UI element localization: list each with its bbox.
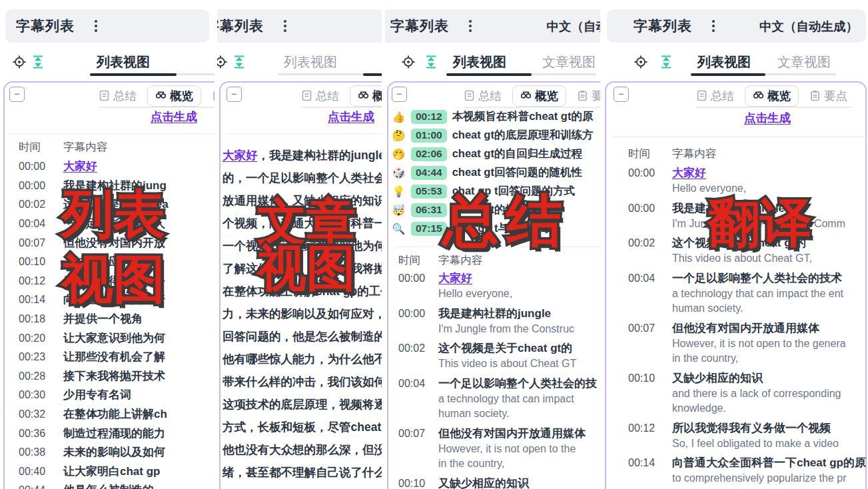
tab-summary[interactable]: 总结 — [99, 88, 137, 104]
tab-summary[interactable]: 总结 — [696, 88, 734, 104]
subtitle-row[interactable]: 00:40让大家明白chat gp — [0, 462, 215, 482]
subtitle-row[interactable]: 00:20让大家意识到他为何 — [0, 328, 215, 348]
subtitle-row[interactable]: 00:23让那些没有机会了解 — [0, 348, 215, 367]
overview-item[interactable]: 🎲04:44cheat gt回答问题的随机性 — [392, 163, 600, 182]
tab-overview[interactable]: 概览 — [350, 85, 382, 107]
overview-item[interactable]: 🤯06:31cheat gt的惊人能力 — [392, 201, 600, 219]
subtitle-row[interactable]: 00:14向普通大众全面科普 — [0, 290, 215, 310]
generate-link[interactable]: 点击生成 — [151, 109, 197, 125]
tab-overview[interactable]: 概览 — [147, 85, 201, 107]
tab-list-view[interactable]: 列表视图 — [453, 53, 506, 71]
subtitle-text-en: This video is about Cheat GT — [438, 356, 600, 372]
kebab-menu-icon[interactable] — [281, 17, 289, 35]
overview-time-badge[interactable]: 01:00 — [411, 129, 447, 143]
overview-time-badge[interactable]: 00:12 — [411, 110, 447, 124]
tab-article-view[interactable]: 文章视图 — [542, 53, 596, 71]
subtitle-row[interactable]: 00:07但他没有对国内开放通用媒体However, it is not ope… — [385, 426, 600, 472]
overview-item[interactable]: 💡05:53chat gp t回答问题的方式 — [392, 182, 600, 201]
subtitle-row[interactable]: 00:00我是建构社群的jungleI'm Jungle from the Co… — [385, 306, 600, 337]
overview-item[interactable]: 👍00:12本视频旨在科普cheat gt的原 — [392, 107, 600, 126]
tab-keypoints[interactable]: 要点 — [212, 88, 215, 104]
tab-keypoints[interactable]: 要点 — [577, 88, 600, 104]
subtitle-row[interactable]: 00:28接下来我将抛开技术 — [0, 367, 215, 386]
subtitle-text-zh: 我是建构社群的jungle — [438, 306, 600, 322]
subtitle-text-zh: 他是怎么被制造的 — [63, 482, 215, 489]
locate-icon[interactable] — [401, 55, 416, 69]
tab-list-view[interactable]: 列表视图 — [697, 53, 751, 71]
subtitle-row[interactable]: 00:30少用专有名词 — [0, 386, 215, 405]
fit-height-icon[interactable] — [232, 55, 246, 69]
subtitle-row[interactable]: 00:04一个足以影响整个人类社会的技术a technology that ca… — [603, 270, 868, 316]
subtitle-row[interactable]: 00:07但他没有对国内开放通用媒体However, it is not ope… — [603, 320, 868, 366]
tab-keypoints[interactable]: 要点 — [809, 88, 847, 104]
subtitle-row[interactable]: 00:38未来的影响以及如何 — [0, 443, 215, 462]
subtitle-link[interactable]: 大家好 — [438, 270, 600, 286]
language-label[interactable]: 中文（自动生成） — [759, 18, 858, 35]
tab-summary[interactable]: 总结 — [301, 88, 339, 104]
subtitle-link[interactable]: 大家好 — [222, 149, 258, 162]
subtitle-row[interactable]: 00:07但他没有对国内开放 — [0, 233, 215, 252]
overview-time-badge[interactable]: 02:06 — [411, 147, 447, 161]
fit-height-icon[interactable] — [31, 55, 45, 69]
overview-time-badge[interactable]: 04:44 — [411, 166, 447, 180]
locate-icon[interactable] — [12, 55, 27, 69]
tab-overview[interactable]: 概览 — [745, 85, 799, 107]
fit-height-icon[interactable] — [659, 55, 673, 69]
subtitle-content: 未来的影响以及如何 — [63, 444, 215, 460]
collapse-button[interactable]: − — [9, 87, 25, 102]
generate-link[interactable]: 点击生成 — [328, 109, 374, 125]
collapse-button[interactable]: − — [614, 87, 629, 102]
subtitle-row[interactable]: 00:00大家好 — [0, 157, 215, 177]
subtitle-row[interactable]: 00:10又缺少相应的知识and there is a lack of corr… — [603, 370, 868, 416]
subtitle-row[interactable]: 00:18并提供一个视角 — [0, 310, 215, 329]
subtitle-row[interactable]: 00:02这个视频是关于cheat gt的This video is about… — [603, 235, 868, 266]
subtitle-row[interactable]: 00:00大家好Hello everyone, — [385, 270, 600, 302]
tab-summary[interactable]: 总结 — [464, 88, 502, 104]
tab-overview[interactable]: 概览 — [512, 85, 566, 107]
subtitle-row[interactable]: 00:04一个足以影响整个人类社会的技a technology that can… — [385, 376, 600, 422]
subtitle-text-zh: 但他没有对国内开放通用媒体 — [672, 320, 868, 336]
tab-list-view[interactable]: 列表视图 — [284, 53, 337, 71]
subtitle-row[interactable]: 00:00我是建构社群的jungleI'm Jungle from the Co… — [603, 201, 868, 232]
locate-icon[interactable] — [634, 55, 648, 69]
overview-item[interactable]: 🤔01:00cheat gt的底层原理和训练方 — [392, 126, 600, 145]
locate-icon[interactable] — [217, 55, 228, 69]
subtitle-row[interactable]: 00:02这个视频是关于chea — [0, 195, 215, 215]
kebab-menu-icon[interactable] — [92, 17, 100, 35]
fit-height-icon[interactable] — [424, 55, 438, 69]
overview-item[interactable]: 🔍07:15chat gp t与搜索引擎 — [392, 219, 600, 238]
subtitle-link[interactable]: 大家好 — [63, 159, 215, 175]
subtitle-row[interactable]: 00:12所以我觉得我有义务做一个视频So, I feel obligated … — [603, 420, 868, 452]
subtitle-row[interactable]: 00:04一个足以影响整个人 — [0, 215, 215, 234]
subtitle-row[interactable]: 00:36制造过程涌现的能力 — [0, 424, 215, 443]
tab-overview-label: 概览 — [372, 88, 382, 104]
subtitle-row[interactable]: 00:44他是怎么被制造的 — [0, 481, 215, 489]
overview-time-badge[interactable]: 06:31 — [411, 203, 447, 217]
subtitle-link[interactable]: 大家好 — [672, 165, 868, 181]
language-label[interactable]: 中文（自动 — [547, 18, 601, 35]
subtitle-text-en: I'm Jungle from the Construc — [438, 322, 600, 337]
subtitle-row[interactable]: 00:14向普通大众全面科普一下cheat gp的原to comprehensi… — [603, 455, 868, 489]
tab-list-view[interactable]: 列表视图 — [97, 53, 150, 71]
kebab-menu-icon[interactable] — [466, 17, 474, 35]
subtitle-row[interactable]: 00:10又缺少相应的知识 — [0, 252, 215, 272]
subtitle-text-en: of Cheat GP to the general public, — [672, 486, 868, 489]
overview-time-badge[interactable]: 05:53 — [411, 185, 447, 199]
subtitle-row[interactable]: 00:00我是建构社群的jung — [0, 177, 215, 196]
subtitle-content: 大家好Hello everyone, — [672, 165, 868, 197]
collapse-button[interactable]: − — [392, 87, 407, 102]
subtitle-row[interactable]: 00:12所以我觉得我有义务 — [0, 272, 215, 291]
overview-item[interactable]: 🤭02:06cheat gt的自回归生成过程 — [392, 145, 600, 163]
tab-keypoints-label: 要点 — [824, 88, 847, 104]
selected-tab-underline — [363, 73, 382, 76]
subtitle-row[interactable]: 00:10又缺少相应的知识 — [385, 476, 600, 489]
kebab-menu-icon[interactable] — [709, 17, 717, 35]
overview-time-badge[interactable]: 07:15 — [411, 222, 447, 236]
tab-article-view[interactable]: 文章视图 — [777, 53, 831, 71]
generate-link[interactable]: 点击生成 — [744, 110, 791, 126]
subtitle-row[interactable]: 00:02这个视频是关于cheat gt的This video is about… — [385, 340, 600, 372]
document-icon — [301, 90, 312, 101]
subtitle-row[interactable]: 00:00大家好Hello everyone, — [603, 165, 868, 197]
collapse-button[interactable]: − — [226, 87, 242, 102]
subtitle-row[interactable]: 00:32在整体功能上讲解ch — [0, 405, 215, 424]
